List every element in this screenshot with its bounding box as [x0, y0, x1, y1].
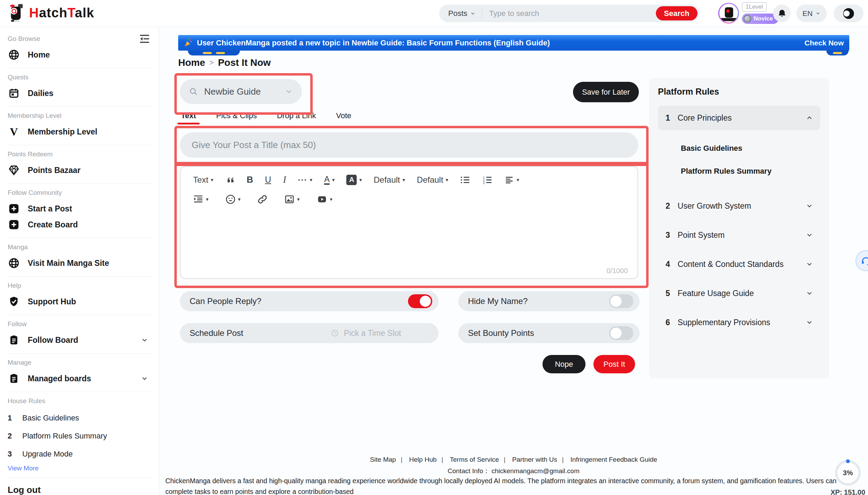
chevron-down-icon	[806, 260, 813, 268]
xp-progress-ring[interactable]: 3%	[835, 460, 861, 486]
chevron-down-icon[interactable]	[141, 336, 148, 344]
video-dropdown[interactable]: ▾	[316, 195, 333, 204]
cancel-button[interactable]: Nope	[542, 355, 585, 373]
rank-badge-label: Novice	[754, 15, 773, 22]
numbered-list-icon[interactable]: 123	[482, 175, 493, 184]
rule-label: Upgrade Mode	[22, 450, 73, 459]
post-it-button[interactable]: Post It	[593, 355, 635, 373]
sidebar-item-create-board[interactable]: Create Board	[8, 217, 150, 233]
font-family-dropdown[interactable]: Default▾	[374, 175, 405, 185]
sidebar-item-follow-board[interactable]: Follow Board	[8, 332, 150, 348]
chevron-down-icon[interactable]	[141, 375, 148, 382]
save-for-later-button[interactable]: Save for Later	[573, 82, 639, 102]
paragraph-style-dropdown[interactable]: Text▾	[193, 175, 214, 185]
indent-dropdown[interactable]: ▾	[193, 195, 209, 204]
image-dropdown[interactable]: ▾	[284, 194, 300, 204]
sidebar-item-manga-site[interactable]: Visit Main Manga Site	[8, 255, 150, 271]
contact-label: Contact Info：	[448, 467, 489, 475]
rich-text-editor[interactable]: Text▾ B U I ···▾ A▾ A▾ Default▾ Default▾…	[180, 166, 638, 279]
hide-my-name-toggle[interactable]	[609, 294, 633, 308]
floating-support-button[interactable]	[856, 250, 868, 271]
set-bounty-points-row: Set Bounty Points	[458, 323, 640, 343]
post-title-input[interactable]	[180, 132, 638, 158]
logo-wordmark: HatchTalk	[29, 6, 94, 20]
tab-label: Pics & Clips	[216, 111, 257, 120]
house-rule-item[interactable]: 3 Upgrade Mode	[8, 445, 150, 463]
font-size-dropdown[interactable]: Default▾	[417, 175, 449, 185]
rules-subitem-rules-summary[interactable]: Platform Rules Summary	[658, 167, 820, 176]
italic-icon[interactable]: I	[283, 174, 286, 185]
bold-icon[interactable]: B	[247, 174, 253, 185]
house-rule-item[interactable]: 1 Basic Guidelines	[8, 409, 150, 427]
announcement-banner[interactable]: User ChickenManga posted a new topic in …	[178, 35, 849, 51]
footer-link-sitemap[interactable]: Site Map	[365, 456, 401, 463]
rules-item-core-principles[interactable]: 1 Core Principles	[658, 106, 820, 130]
highlight-color-dropdown[interactable]: A▾	[346, 175, 362, 185]
avatar[interactable]	[718, 3, 739, 24]
search-button[interactable]: Search	[656, 6, 697, 20]
sidebar-item-membership[interactable]: V Membership Level	[8, 124, 150, 140]
sidebar-item-label: Dailies	[28, 89, 53, 98]
tab-pics-clips[interactable]: Pics & Clips	[216, 111, 257, 124]
sidebar-collapse-icon[interactable]	[139, 34, 150, 43]
rule-number: 6	[666, 318, 670, 327]
logout-button[interactable]: Log out	[8, 485, 150, 495]
banner-text: User ChickenManga posted a new topic in …	[197, 38, 550, 47]
sidebar-item-label: Managed boards	[28, 374, 91, 383]
sidebar-item-support-hub[interactable]: Support Hub	[8, 294, 150, 310]
house-rule-item[interactable]: 2 Platform Rules Summary	[8, 427, 150, 445]
tab-text[interactable]: Text	[181, 111, 196, 124]
category-dropdown[interactable]: Newbie Guide	[180, 79, 302, 104]
font-color-dropdown[interactable]: A▾	[324, 175, 335, 185]
schedule-post-row: Schedule Post Pick a Time Slot	[180, 323, 439, 343]
view-more-link[interactable]: View More	[8, 464, 150, 472]
logo[interactable]: HatchTalk	[6, 3, 94, 23]
rule-number: 5	[666, 289, 670, 298]
more-formats-dropdown[interactable]: ···▾	[298, 175, 312, 185]
tab-drop-link[interactable]: Drop a Link	[277, 111, 316, 124]
contact-email[interactable]: chickenmangacm@gmail.com	[492, 467, 580, 475]
tab-vote[interactable]: Vote	[336, 111, 351, 124]
footer-link-partner[interactable]: Partner with Us	[507, 456, 562, 463]
underline-icon[interactable]: U	[265, 175, 271, 185]
search-scope-value: Posts	[448, 9, 467, 18]
rules-item-feature-usage[interactable]: 5 Feature Usage Guide	[658, 281, 820, 305]
bullet-list-icon[interactable]	[460, 175, 470, 184]
footer-link-terms[interactable]: Terms of Service	[445, 456, 504, 463]
chevron-down-icon	[806, 289, 813, 297]
rules-item-content-conduct[interactable]: 4 Content & Conduct Standards	[658, 252, 820, 276]
search-icon	[189, 87, 198, 96]
hide-my-name-label: Hide My Name?	[468, 296, 609, 306]
rules-item-supplementary[interactable]: 6 Supplementary Provisions	[658, 310, 820, 335]
text-align-dropdown[interactable]: ▾	[504, 175, 519, 184]
platform-rules-panel: Platform Rules 1 Core Principles Basic G…	[649, 78, 829, 379]
can-people-reply-toggle[interactable]	[408, 294, 432, 308]
dark-mode-toggle[interactable]	[834, 5, 863, 22]
header: HatchTalk Posts Search 1Level Novice	[0, 0, 868, 27]
search-scope-dropdown[interactable]: Posts	[439, 9, 476, 18]
level-badge: 1Level	[742, 2, 767, 12]
breadcrumb-home[interactable]: Home	[178, 57, 205, 68]
sidebar-item-dailies[interactable]: Dailies	[8, 85, 150, 101]
schedule-time-picker[interactable]: Pick a Time Slot	[331, 329, 401, 338]
footer-link-help-hub[interactable]: Help Hub	[404, 456, 441, 463]
language-selector[interactable]: EN	[796, 5, 827, 22]
link-icon[interactable]	[257, 194, 268, 205]
sidebar-item-points-bazaar[interactable]: Points Bazaar	[8, 162, 150, 178]
check-now-link[interactable]: Check Now	[805, 39, 844, 47]
rules-item-user-growth[interactable]: 2 User Growth System	[658, 194, 820, 218]
rules-item-point-system[interactable]: 3 Point System	[658, 223, 820, 247]
gem-icon	[8, 164, 20, 176]
tab-label: Text	[181, 111, 196, 120]
rules-subitem-basic-guidelines[interactable]: Basic Guidelines	[658, 144, 820, 153]
progress-percent: 3%	[843, 469, 853, 477]
footer-link-infringement[interactable]: Infringement Feedback Guide	[566, 456, 662, 463]
rule-label: User Growth System	[678, 201, 751, 211]
sidebar-item-managed-boards[interactable]: Managed boards	[8, 371, 150, 387]
blockquote-icon[interactable]	[225, 176, 235, 184]
set-bounty-points-toggle[interactable]	[609, 326, 633, 340]
emoji-dropdown[interactable]: ▾	[225, 194, 241, 205]
sidebar-item-home[interactable]: Home	[8, 47, 150, 63]
notifications-button[interactable]	[773, 5, 791, 22]
sidebar-item-start-post[interactable]: Start a Post	[8, 201, 150, 217]
